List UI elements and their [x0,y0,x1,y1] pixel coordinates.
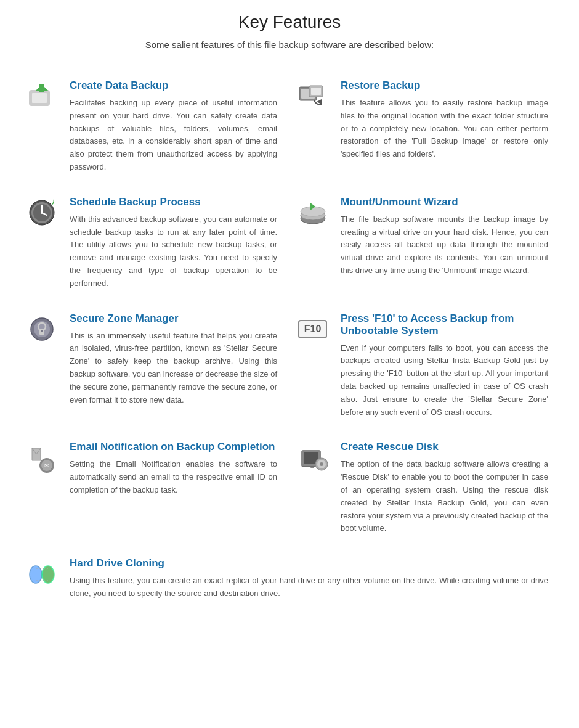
svg-rect-3 [39,84,44,92]
feature-title-hard-drive-cloning: Hard Drive Cloning [70,557,548,570]
feature-desc-schedule-backup: With this advanced backup software, you … [70,213,277,290]
feature-title-rescue-disk: Create Rescue Disk [341,441,548,453]
f10-icon: F10 [298,320,328,338]
feature-item-hard-drive-cloning: Hard Drive CloningUsing this feature, yo… [18,546,561,611]
feature-desc-secure-zone: This is an immensely useful feature that… [70,330,277,407]
f10-icon: F10 [296,313,330,346]
feature-title-email-notification: Email Notification on Backup Completion [70,441,277,453]
feature-desc-rescue-disk: The option of the data backup software a… [341,458,548,535]
feature-title-f10-access: Press 'F10' to Access Backup from Unboot… [341,313,548,337]
page-subtitle: Some salient features of this file backu… [18,39,561,50]
clone-icon [25,557,59,591]
feature-desc-hard-drive-cloning: Using this feature, you can create an ex… [70,575,548,600]
svg-rect-1 [32,93,47,103]
feature-desc-email-notification: Setting the Email Notification enables t… [70,458,277,496]
feature-title-restore-backup: Restore Backup [341,80,548,92]
feature-item-email-notification: ✉ Email Notification on Backup Completio… [18,430,290,546]
secure-icon [25,313,59,346]
svg-rect-7 [311,88,321,95]
svg-point-21 [41,330,43,332]
mount-icon [296,196,330,230]
feature-title-mount-unmount: Mount/Unmount Wizard [341,196,548,208]
svg-point-29 [320,462,323,466]
rescue-icon [296,441,330,475]
feature-item-f10-access: F10Press 'F10' to Access Backup from Unb… [290,301,561,430]
features-grid: Create Data BackupFacilitates backing up… [18,68,561,611]
feature-desc-restore-backup: This feature allows you to easily restor… [341,97,548,161]
feature-item-rescue-disk: Create Rescue DiskThe option of the data… [290,430,561,546]
feature-desc-mount-unmount: The file backup software mounts the back… [341,213,548,277]
feature-item-create-backup: Create Data BackupFacilitates backing up… [18,68,290,185]
page-title: Key Features [18,12,561,32]
feature-item-mount-unmount: Mount/Unmount WizardThe file backup soft… [290,185,561,301]
svg-text:✉: ✉ [44,462,49,469]
feature-item-restore-backup: Restore BackupThis feature allows you to… [290,68,561,185]
svg-rect-30 [310,467,314,468]
feature-title-secure-zone: Secure Zone Manager [70,313,277,325]
feature-title-schedule-backup: Schedule Backup Process [70,196,277,208]
svg-point-12 [41,211,43,214]
feature-item-secure-zone: Secure Zone ManagerThis is an immensely … [18,301,290,430]
schedule-icon [25,196,59,230]
feature-title-create-backup: Create Data Backup [70,80,277,92]
restore-icon [296,80,330,113]
backup-icon [25,80,59,113]
feature-desc-f10-access: Even if your computers fails to boot, yo… [341,342,548,419]
feature-desc-create-backup: Facilitates backing up every piece of us… [70,97,277,174]
feature-item-schedule-backup: Schedule Backup ProcessWith this advance… [18,185,290,301]
email-icon: ✉ [25,441,59,475]
